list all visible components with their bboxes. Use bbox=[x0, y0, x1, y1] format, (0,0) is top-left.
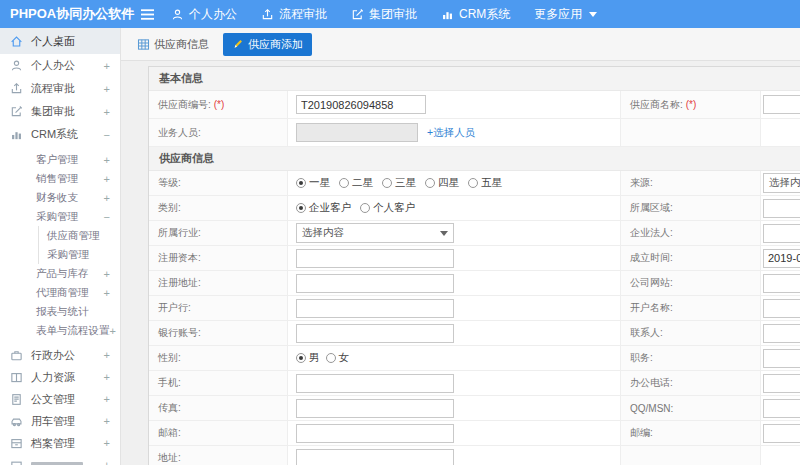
edit-square-icon bbox=[351, 8, 364, 21]
app-window: PHPOA协同办公软件 个人办公 流程审批 集团审批 CRM系统 更多应用 bbox=[0, 0, 800, 465]
choose-person-link[interactable]: +选择人员 bbox=[427, 126, 475, 140]
region-input[interactable] bbox=[763, 199, 800, 218]
sidebar-item-personal-office[interactable]: 个人办公 + bbox=[0, 54, 120, 77]
region-label: 所属区域: bbox=[621, 196, 761, 220]
legal-person-label: 企业法人: bbox=[621, 221, 761, 245]
book-icon bbox=[10, 371, 23, 384]
hamburger-menu-icon[interactable] bbox=[140, 8, 155, 21]
supplier-code-label: 供应商编号:(*) bbox=[149, 91, 288, 118]
sidebar-item-finance-inout[interactable]: 财务收支 + bbox=[0, 188, 120, 207]
website-input[interactable] bbox=[763, 274, 800, 293]
sidebar-item-purchase-mgmt-sub[interactable]: 采购管理 bbox=[0, 245, 120, 264]
supplier-name-label: 供应商名称:(*) bbox=[621, 91, 761, 118]
grade-label: 等级: bbox=[149, 171, 288, 195]
account-name-label: 开户名称: bbox=[621, 296, 761, 320]
supplier-name-input[interactable] bbox=[763, 95, 800, 114]
category-radio-group: 企业客户 个人客户 bbox=[296, 201, 415, 215]
tab-supplier-add[interactable]: 供应商添加 bbox=[223, 33, 312, 56]
section-supplier-info: 供应商信息 bbox=[149, 147, 800, 171]
contact-label: 联系人: bbox=[621, 321, 761, 345]
sidebar-item-agent-mgmt[interactable]: 代理商管理 + bbox=[0, 283, 120, 302]
gender-radio-female[interactable]: 女 bbox=[326, 351, 350, 365]
address-input[interactable] bbox=[296, 449, 454, 465]
top-bar: PHPOA协同办公软件 个人办公 流程审批 集团审批 CRM系统 更多应用 bbox=[0, 0, 800, 28]
sidebar-item-group-approval[interactable]: 集团审批 + bbox=[0, 100, 120, 123]
top-menu-more-apps[interactable]: 更多应用 bbox=[534, 6, 597, 23]
workflow-icon bbox=[261, 8, 274, 21]
top-menu-workflow-approval[interactable]: 流程审批 bbox=[261, 6, 327, 23]
sidebar-item-document-mgmt[interactable]: 公文管理 + bbox=[0, 388, 120, 410]
archive-icon bbox=[10, 437, 23, 450]
founded-date-label: 成立时间: bbox=[621, 246, 761, 270]
sidebar-item-human-resources[interactable]: 人力资源 + bbox=[0, 366, 120, 388]
top-menu-crm-system[interactable]: CRM系统 bbox=[441, 6, 510, 23]
sidebar-item-form-flow-settings[interactable]: 表单与流程设置 + bbox=[0, 321, 120, 340]
business-person-input[interactable] bbox=[296, 123, 418, 142]
caret-down-icon bbox=[589, 12, 597, 17]
qq-msn-input[interactable] bbox=[763, 399, 800, 418]
office-phone-input[interactable] bbox=[763, 374, 800, 393]
sidebar: 个人桌面 个人办公 + 流程审批 + 集团审批 + CRM系统 − 客户管理 + bbox=[0, 28, 121, 465]
registered-capital-input[interactable] bbox=[296, 249, 454, 268]
supplier-code-input[interactable] bbox=[296, 95, 426, 114]
bank-branch-input[interactable] bbox=[296, 299, 454, 318]
gender-radio-group: 男 女 bbox=[296, 351, 349, 365]
sidebar-item-customer-mgmt[interactable]: 客户管理 + bbox=[0, 150, 120, 169]
folder-icon bbox=[10, 459, 23, 465]
grade-radio-3[interactable]: 三星 bbox=[382, 176, 416, 190]
sidebar-item-crm-system[interactable]: CRM系统 − bbox=[0, 123, 120, 146]
sidebar-item-partial[interactable]: + bbox=[0, 454, 120, 465]
grade-radio-5[interactable]: 五星 bbox=[468, 176, 502, 190]
sidebar-item-reports-stats[interactable]: 报表与统计 bbox=[0, 302, 120, 321]
source-select[interactable]: 选择内容 bbox=[763, 173, 800, 193]
postcode-input[interactable] bbox=[763, 424, 800, 443]
position-input[interactable] bbox=[763, 349, 800, 368]
email-label: 邮箱: bbox=[149, 421, 288, 445]
sidebar-item-archive-mgmt[interactable]: 档案管理 + bbox=[0, 432, 120, 454]
industry-select[interactable]: 选择内容 bbox=[296, 223, 454, 243]
bank-account-input[interactable] bbox=[296, 324, 454, 343]
contact-input[interactable] bbox=[763, 324, 800, 343]
grade-radio-1[interactable]: 一星 bbox=[296, 176, 330, 190]
mobile-input[interactable] bbox=[296, 374, 454, 393]
chevron-down-icon bbox=[440, 231, 448, 236]
tab-strip: 供应商信息 供应商添加 bbox=[121, 28, 800, 61]
registered-address-input[interactable] bbox=[296, 274, 454, 293]
sidebar-item-vehicle-mgmt[interactable]: 用车管理 + bbox=[0, 410, 120, 432]
person-icon bbox=[10, 59, 23, 72]
supplier-add-form: 基本信息 供应商编号:(*) 供应商名称:(*) 业务人员: +选择人员 bbox=[148, 66, 800, 465]
table-icon bbox=[137, 38, 150, 51]
sidebar-item-sales-mgmt[interactable]: 销售管理 + bbox=[0, 169, 120, 188]
qq-msn-label: QQ/MSN: bbox=[621, 396, 761, 420]
legal-person-input[interactable] bbox=[763, 224, 800, 243]
top-menu-group-approval[interactable]: 集团审批 bbox=[351, 6, 417, 23]
sidebar-item-product-inventory[interactable]: 产品与库存 + bbox=[0, 264, 120, 283]
grade-radio-group: 一星 二星 三星 四星 五星 bbox=[296, 176, 502, 190]
bar-chart-icon bbox=[10, 128, 23, 141]
business-person-label: 业务人员: bbox=[149, 119, 288, 146]
document-icon bbox=[10, 393, 23, 406]
website-label: 公司网站: bbox=[621, 271, 761, 295]
briefcase-icon bbox=[10, 349, 23, 362]
bar-chart-icon bbox=[441, 8, 454, 21]
founded-date-input[interactable] bbox=[763, 249, 800, 268]
account-name-input[interactable] bbox=[763, 299, 800, 318]
grade-radio-2[interactable]: 二星 bbox=[339, 176, 373, 190]
category-radio-company[interactable]: 企业客户 bbox=[296, 201, 351, 215]
gender-label: 性别: bbox=[149, 346, 288, 370]
top-menu-personal-office[interactable]: 个人办公 bbox=[171, 6, 237, 23]
sidebar-item-workflow-approval[interactable]: 流程审批 + bbox=[0, 77, 120, 100]
gender-radio-male[interactable]: 男 bbox=[296, 351, 320, 365]
email-input[interactable] bbox=[296, 424, 454, 443]
sidebar-item-supplier-mgmt[interactable]: 供应商管理 bbox=[0, 226, 120, 245]
tab-supplier-info[interactable]: 供应商信息 bbox=[132, 33, 214, 56]
sidebar-item-admin-office[interactable]: 行政办公 + bbox=[0, 344, 120, 366]
bank-branch-label: 开户行: bbox=[149, 296, 288, 320]
category-radio-personal[interactable]: 个人客户 bbox=[360, 201, 415, 215]
fax-input[interactable] bbox=[296, 399, 454, 418]
source-label: 来源: bbox=[621, 171, 761, 195]
sidebar-item-purchase-mgmt[interactable]: 采购管理 − bbox=[0, 207, 120, 226]
grade-radio-4[interactable]: 四星 bbox=[425, 176, 459, 190]
top-menu: 个人办公 流程审批 集团审批 CRM系统 更多应用 bbox=[171, 6, 597, 23]
sidebar-item-personal-desktop[interactable]: 个人桌面 bbox=[0, 28, 120, 54]
